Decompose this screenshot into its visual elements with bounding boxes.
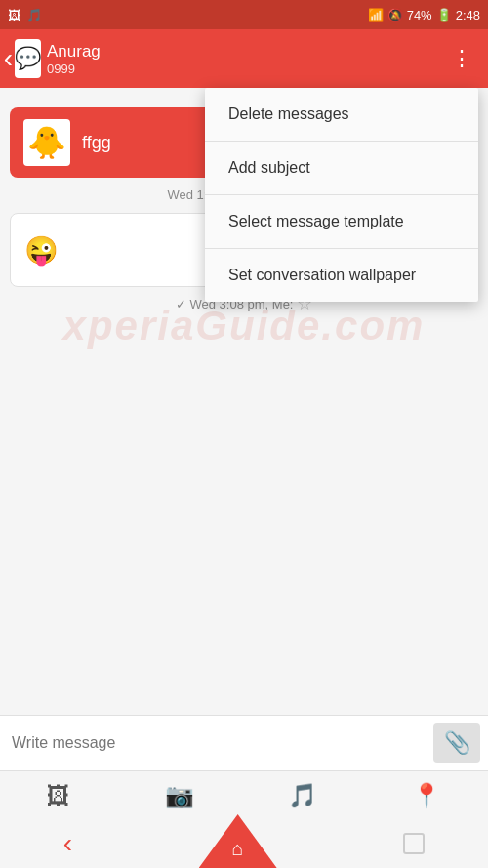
nav-back-button[interactable]: ‹ [63, 828, 72, 859]
audio-icon[interactable]: 🎵 [288, 782, 317, 809]
dropdown-menu: Delete messages Add subject Select messa… [205, 88, 478, 302]
select-template-option[interactable]: Select message template [205, 195, 478, 249]
app-header: ‹ 💬 Anurag 0999 ⋮ [0, 29, 488, 88]
checkmark-icon: ✓ [176, 297, 186, 311]
contact-info: Anurag 0999 [47, 42, 443, 76]
status-right-info: 📶 🔕 74% 🔋 2:48 [368, 8, 480, 22]
message-text: ffgg [82, 133, 111, 153]
battery-icon: 🔋 [436, 8, 452, 22]
back-button[interactable]: ‹ 💬 [8, 39, 47, 78]
music-icon: 🎵 [26, 8, 42, 22]
contact-avatar: 💬 [15, 39, 41, 78]
battery-percent: 74% [407, 8, 432, 22]
sent-emoji: 😜 [24, 234, 59, 267]
contact-number: 0999 [47, 62, 443, 76]
photo-icon: 🖼 [8, 8, 20, 22]
home-icon: ⌂ [232, 838, 244, 860]
input-area: 📎 [0, 715, 488, 770]
attach-button[interactable]: 📎 [433, 723, 480, 763]
paperclip-icon: 📎 [444, 730, 470, 756]
status-left-icons: 🖼 🎵 [8, 8, 42, 22]
message-input[interactable] [8, 728, 426, 758]
nav-bar: ‹ ⌂ [0, 819, 488, 868]
more-options-button[interactable]: ⋮ [443, 46, 480, 71]
gallery-icon[interactable]: 🖼 [47, 782, 70, 809]
add-subject-option[interactable]: Add subject [205, 142, 478, 195]
bottom-toolbar: 🖼 📷 🎵 📍 [0, 770, 488, 819]
back-icon: ‹ [4, 43, 13, 74]
contact-name: Anurag [47, 42, 443, 62]
sender-avatar: 🐥 [23, 119, 70, 166]
delete-messages-option[interactable]: Delete messages [205, 88, 478, 142]
clock: 2:48 [456, 8, 480, 22]
home-button-container[interactable]: ⌂ [199, 819, 277, 868]
camera-icon[interactable]: 📷 [165, 782, 194, 809]
nav-windows-button[interactable] [403, 833, 425, 854]
set-wallpaper-option[interactable]: Set conversation wallpaper [205, 249, 478, 302]
mute-icon: 🔕 [387, 8, 403, 22]
location-icon[interactable]: 📍 [412, 782, 441, 809]
signal-icon: 📶 [368, 8, 384, 22]
status-bar: 🖼 🎵 📶 🔕 74% 🔋 2:48 [0, 0, 488, 29]
